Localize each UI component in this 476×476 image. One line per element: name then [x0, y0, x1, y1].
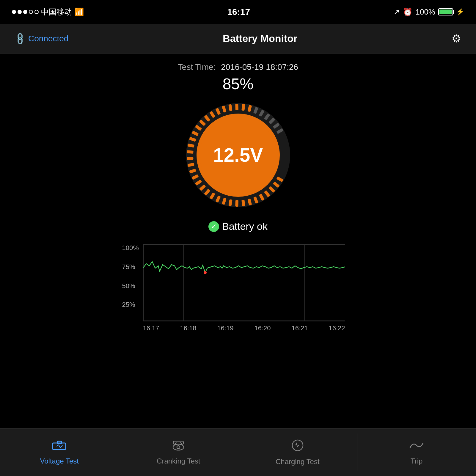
tick-22: [189, 137, 196, 142]
x-label-1622: 16:22: [329, 324, 345, 332]
tick-17: [189, 169, 196, 174]
connected-label: Connected: [28, 34, 68, 43]
tab-voltage-label: Voltage Test: [40, 457, 79, 465]
signal-dots: [12, 10, 39, 14]
chart-grid: [143, 244, 345, 321]
x-label-1621: 16:21: [291, 324, 308, 332]
tick-30: [228, 104, 232, 111]
tick-4: [259, 194, 264, 201]
signal-dot-4: [29, 10, 33, 14]
test-time-row: Test Time: 2016-05-19 18:07:26: [15, 62, 461, 72]
signal-dot-5: [34, 10, 39, 14]
trip-icon: [409, 439, 425, 454]
tick-8: [235, 200, 238, 207]
tab-cranking-label: Cranking Test: [157, 457, 200, 465]
tick-12: [209, 192, 215, 199]
svg-point-5: [173, 444, 184, 450]
navigation-icon: ↗: [393, 7, 400, 17]
svg-rect-1: [57, 441, 62, 444]
tick-3: [264, 190, 270, 197]
tab-trip[interactable]: Trip: [357, 429, 476, 476]
chart-green-line: [143, 262, 345, 273]
x-label-1617: 16:17: [143, 324, 159, 332]
tab-charging-test[interactable]: Charging Test: [238, 429, 357, 476]
signal-dot-1: [12, 10, 16, 14]
tick-9: [228, 199, 232, 206]
status-bar: 中国移动 📶 16:17 ↗ ⏰ 100% ⚡: [0, 0, 476, 24]
tick-29: [221, 106, 226, 113]
tick-1: [273, 181, 280, 188]
tick-25: [199, 120, 206, 126]
test-time-value: 2016-05-19 18:07:26: [221, 62, 298, 72]
svg-line-2: [56, 445, 59, 446]
y-label-75: 75%: [122, 263, 139, 271]
tick-5: [253, 197, 258, 204]
link-icon: 🔗: [13, 31, 27, 45]
signal-dot-3: [23, 10, 27, 14]
carrier-name: 中国移动: [41, 7, 72, 17]
x-label-1619: 16:19: [217, 324, 233, 332]
settings-button[interactable]: ⚙: [452, 32, 461, 45]
tick-31: [235, 104, 238, 110]
percentage-display: 85%: [15, 75, 461, 93]
tick-37: [268, 117, 275, 124]
nav-bar: 🔗 Connected Battery Monitor ⚙: [0, 24, 476, 54]
battery-fill: [439, 10, 452, 14]
chart-area: 16:17 16:18 16:19 16:20 16:21 16:22: [143, 244, 345, 332]
status-time: 16:17: [227, 7, 250, 17]
main-content: Test Time: 2016-05-19 18:07:26 85% // We…: [0, 54, 476, 341]
chart-anomaly-dot: [204, 271, 207, 274]
tick-24: [195, 125, 202, 131]
tab-cranking-test[interactable]: Cranking Test: [119, 429, 238, 476]
chart-svg-line: [143, 244, 345, 321]
tick-18: [187, 163, 194, 167]
battery-percent: 100%: [415, 7, 435, 17]
charging-test-icon: [291, 439, 304, 455]
tick-20: [187, 150, 194, 153]
tick-32: [241, 104, 245, 111]
tab-bar: Voltage Test Cranking Test Charging Test: [0, 428, 476, 476]
x-label-1618: 16:18: [180, 324, 196, 332]
y-label-50: 50%: [122, 282, 139, 290]
grid-v-6: [345, 244, 345, 321]
connected-button[interactable]: 🔗 Connected: [15, 34, 68, 43]
y-label-100: 100%: [122, 244, 139, 252]
tick-28: [215, 108, 221, 115]
gauge-container: // We'll create this with inline SVG usi…: [15, 99, 461, 212]
tick-2: [268, 186, 275, 193]
tab-trip-label: Trip: [411, 457, 422, 465]
tick-10: [221, 198, 226, 205]
tab-voltage-test[interactable]: Voltage Test: [0, 429, 119, 476]
chart-y-labels: 100% 75% 50% 25%: [122, 244, 139, 321]
gear-icon: ⚙: [452, 32, 461, 45]
status-right: ↗ ⏰ 100% ⚡: [393, 7, 464, 17]
chart-with-labels: 100% 75% 50% 25%: [122, 244, 354, 332]
tick-15: [195, 180, 202, 186]
tick-33: [247, 105, 252, 112]
tick-13: [204, 188, 210, 195]
chart-x-labels: 16:17 16:18 16:19 16:20 16:21 16:22: [143, 324, 345, 332]
svg-line-3: [59, 445, 60, 448]
tick-23: [191, 131, 199, 136]
tick-0: [276, 176, 283, 182]
wifi-icon: 📶: [74, 7, 84, 17]
tick-39: [276, 128, 283, 134]
voltage-test-icon: [52, 439, 67, 454]
tab-charging-label: Charging Test: [276, 458, 320, 466]
svg-line-4: [60, 445, 62, 448]
signal-dot-2: [18, 10, 22, 14]
tick-16: [191, 174, 199, 180]
charging-bolt: ⚡: [456, 8, 464, 16]
svg-point-6: [177, 446, 180, 449]
gauge-center-value: 12.5V: [199, 117, 277, 194]
tick-26: [204, 115, 210, 122]
tick-6: [247, 198, 252, 205]
tick-7: [241, 200, 245, 207]
tick-38: [273, 122, 280, 129]
test-time-label: Test Time:: [178, 62, 216, 72]
y-label-25: 25%: [122, 301, 139, 309]
gauge-wrapper: // We'll create this with inline SVG usi…: [182, 99, 295, 212]
status-check-icon: ✓: [208, 221, 219, 232]
chart-container: 100% 75% 50% 25%: [122, 244, 354, 332]
alarm-icon: ⏰: [403, 7, 412, 17]
